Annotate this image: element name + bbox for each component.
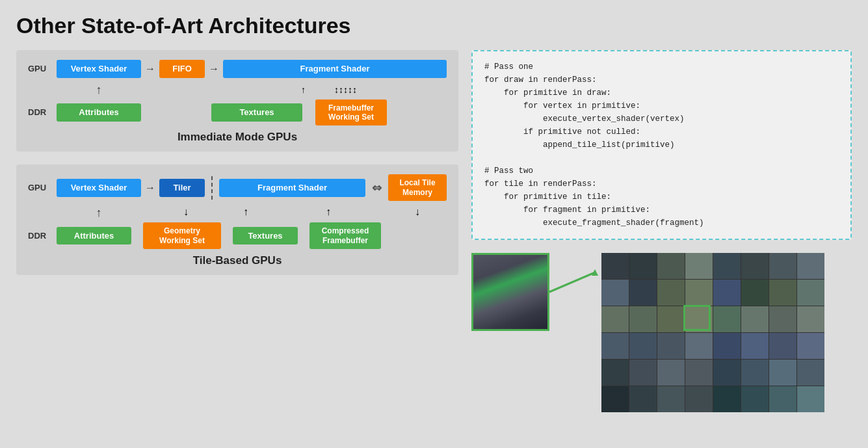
content-area: GPU Vertex Shader → FIFO → Fragment Shad… [16,50,852,436]
up-arrow-2: ↑ [301,85,306,95]
immediate-mode-label: Immediate Mode GPUs [28,131,447,144]
code-box: # Pass one for draw in renderPass: for p… [471,50,852,240]
tile-cell [629,280,657,306]
tile-cell [713,333,741,359]
tile-based-diagram: GPU Vertex Shader → Tiler Fragment Shade… [16,165,458,275]
tile-cell [797,333,824,359]
tile-cell [741,253,769,279]
tile-cell [713,280,741,306]
immediate-mode-diagram: GPU Vertex Shader → FIFO → Fragment Shad… [16,50,458,152]
down-arrow-tile-2: ↓ [415,206,420,220]
tile-cell [629,386,657,412]
tile-cell [713,253,741,279]
tile-preview [471,253,549,331]
tile-gpu-row: GPU Vertex Shader → Tiler Fragment Shade… [28,174,447,201]
tile-cell [601,306,629,332]
arrow-2: → [209,63,219,75]
tile-cell [741,306,769,332]
down-arrow-tile: ↓ [183,206,189,220]
tile-cell [797,306,824,332]
compressed-framebuffer-block: Compressed Framebuffer [309,222,381,249]
arrow-1: → [145,63,155,75]
tile-cell [657,306,685,332]
tile-cell [769,360,796,386]
immediate-gpu-row: GPU Vertex Shader → FIFO → Fragment Shad… [28,60,447,78]
tile-ddr-label: DDR [28,231,53,241]
right-panel: # Pass one for draw in renderPass: for p… [471,50,852,436]
svg-line-0 [549,272,595,292]
connector-arrow [549,253,601,331]
up-arrow-1: ↑ [96,83,102,97]
immediate-arrows-mid: ↑ ↑ ↕↕↕↕↕ [28,83,447,97]
tile-cell [797,360,824,386]
dashed-divider [211,176,213,200]
tile-cell [601,386,629,412]
vertex-shader-block: Vertex Shader [57,60,141,78]
immediate-gpu-label: GPU [28,64,53,73]
tile-cell [685,333,713,359]
tile-cell [685,253,713,279]
immediate-ddr-row: DDR Attributes Textures Framebuffer Work… [28,99,447,126]
tile-gpu-label: GPU [28,183,53,192]
tile-cell [797,280,824,306]
tile-cell [629,306,657,332]
tile-cell [797,386,824,412]
tile-cell [601,280,629,306]
tile-cell [741,280,769,306]
fifo-block: FIFO [159,60,205,78]
tile-arrows-mid: ↑ ↓ ↑ ↑ ↓ [28,206,447,220]
tile-grid [601,253,824,412]
tile-cell [769,253,796,279]
arrows-both-imm: ↕↕↕↕↕ [334,85,357,95]
immediate-ddr-label: DDR [28,107,53,117]
local-tile-memory-block: Local Tile Memory [388,174,447,201]
tile-cell [769,280,796,306]
tile-cell [657,360,685,386]
tiled-section [471,253,852,412]
tile-cell [629,333,657,359]
attributes-block-imm: Attributes [57,103,141,122]
textures-block-imm: Textures [211,103,302,122]
tile-cell [629,253,657,279]
tile-cell [657,333,685,359]
tile-cell [685,386,713,412]
tile-cell [713,360,741,386]
fragment-shader-block-tile: Fragment Shader [219,179,365,197]
tile-cell [657,280,685,306]
tile-grid-wrapper [601,253,824,412]
tile-cell [601,360,629,386]
tile-cell [741,333,769,359]
fragment-shader-block: Fragment Shader [223,60,447,78]
tile-cell [657,386,685,412]
tile-cell [685,360,713,386]
arrow-tile-1: → [145,182,155,194]
tile-cell [769,306,796,332]
tile-cell [713,306,741,332]
tile-cell [741,386,769,412]
left-panel: GPU Vertex Shader → FIFO → Fragment Shad… [16,50,458,436]
tile-cell [713,386,741,412]
up-arrow-tile-1: ↑ [96,206,102,220]
page-title: Other State-of-Art Architectures [16,13,852,38]
tile-cell [601,253,629,279]
arrows-both-tile: ⇔ [372,181,382,195]
tile-cell [741,360,769,386]
tile-cell [685,280,713,306]
tile-cell [629,360,657,386]
up-arrow-tile-2: ↑ [243,206,248,220]
tile-cell [797,253,824,279]
vertex-shader-block-tile: Vertex Shader [57,179,141,197]
tile-cell [769,386,796,412]
preview-container [471,253,601,331]
page-container: Other State-of-Art Architectures GPU Ver… [0,0,868,448]
attributes-block-tile: Attributes [57,227,131,245]
tile-cell [685,306,713,332]
tile-ddr-row: DDR Attributes Geometry Working Set Text… [28,222,447,249]
tiler-block: Tiler [159,179,205,197]
tile-cell [657,253,685,279]
tile-cell [601,333,629,359]
tile-cell [769,333,796,359]
textures-block-tile: Textures [233,227,298,245]
framebuffer-working-set-block: Framebuffer Working Set [315,99,387,126]
geometry-working-set-block: Geometry Working Set [143,222,221,249]
